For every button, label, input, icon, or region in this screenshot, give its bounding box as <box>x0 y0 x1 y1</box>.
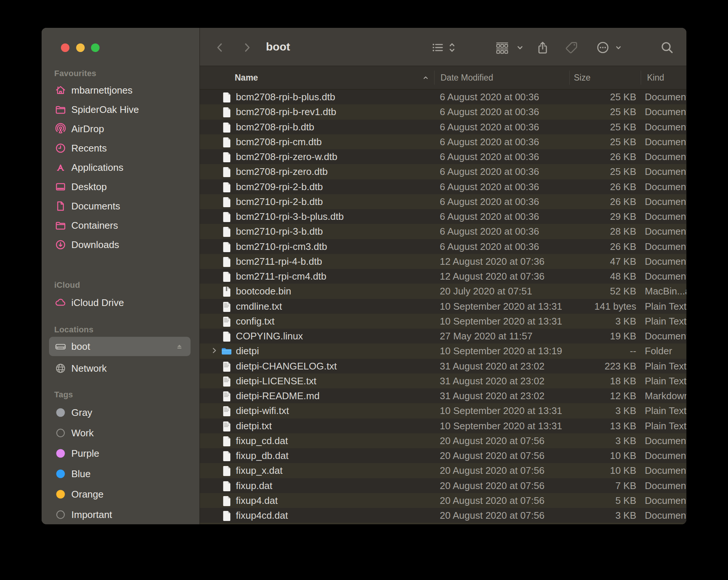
file-row[interactable]: bcm2708-rpi-cm.dtb6 August 2020 at 00:36… <box>200 134 686 149</box>
forward-button[interactable] <box>240 40 254 55</box>
download-icon <box>54 238 67 251</box>
file-name: bcm2710-rpi-2-b.dtb <box>236 194 323 209</box>
dot-icon <box>54 447 67 460</box>
file-row[interactable]: fixup_x.dat20 August 2020 at 07:5610 KBD… <box>200 463 686 478</box>
file-row[interactable]: fixup4cd.dat20 August 2020 at 07:563 KBD… <box>200 508 686 523</box>
sidebar-item-purple[interactable]: Purple <box>49 444 191 463</box>
file-row[interactable]: bcm2710-rpi-3-b.dtb6 August 2020 at 00:3… <box>200 224 686 239</box>
file-row[interactable]: bcm2708-rpi-b-plus.dtb6 August 2020 at 0… <box>200 89 686 104</box>
file-row[interactable]: bcm2710-rpi-2-b.dtb6 August 2020 at 00:3… <box>200 194 686 209</box>
file-kind: Document <box>645 179 686 194</box>
view-list-button[interactable] <box>430 40 445 55</box>
sidebar-item-boot[interactable]: boot <box>49 337 191 356</box>
file-row[interactable]: bcm2708-rpi-zero.dtb6 August 2020 at 00:… <box>200 164 686 179</box>
file-row[interactable]: COPYING.linux27 May 2020 at 11:5719 KBDo… <box>200 329 686 343</box>
eject-button[interactable] <box>175 342 184 351</box>
file-row[interactable]: dietpi-CHANGELOG.txt31 August 2020 at 23… <box>200 359 686 374</box>
file-name: COPYING.linux <box>236 329 303 343</box>
file-row[interactable]: bcm2710-rpi-cm3.dtb6 August 2020 at 00:3… <box>200 239 686 254</box>
more-menu-chevron[interactable] <box>611 40 625 55</box>
minimize-window-button[interactable] <box>76 43 85 52</box>
column-header-date-modified[interactable]: Date Modified <box>441 66 493 89</box>
tag-button[interactable] <box>565 40 579 55</box>
sidebar-item-spideroak-hive[interactable]: SpiderOak Hive <box>49 100 191 119</box>
file-row[interactable]: dietpi-README.md31 August 2020 at 23:021… <box>200 388 686 403</box>
file-kind: Document <box>645 269 686 284</box>
chevron-down-icon <box>515 42 525 53</box>
file-row[interactable]: fixup_cd.dat20 August 2020 at 07:563 KBD… <box>200 433 686 448</box>
sidebar-item-gray[interactable]: Gray <box>49 403 191 422</box>
file-row[interactable]: bcm2708-rpi-b-rev1.dtb6 August 2020 at 0… <box>200 104 686 119</box>
sidebar-item-important[interactable]: Important <box>49 505 191 524</box>
sidebar-item-desktop[interactable]: Desktop <box>49 177 191 196</box>
file-date-modified: 31 August 2020 at 23:02 <box>440 388 545 403</box>
group-by-button[interactable] <box>495 40 509 55</box>
file-row[interactable]: fixup4.dat20 August 2020 at 07:565 KBDoc… <box>200 493 686 508</box>
close-window-button[interactable] <box>61 43 69 52</box>
file-row[interactable]: dietpi.txt10 September 2020 at 13:3113 K… <box>200 418 686 433</box>
column-divider[interactable] <box>641 71 641 85</box>
file-row[interactable]: config.txt10 September 2020 at 13:313 KB… <box>200 314 686 329</box>
file-row[interactable]: dietpi-wifi.txt10 September 2020 at 13:3… <box>200 403 686 418</box>
zoom-window-button[interactable] <box>91 43 100 52</box>
file-row[interactable]: bcm2711-rpi-4-b.dtb12 August 2020 at 07:… <box>200 254 686 269</box>
file-row[interactable]: bcm2708-rpi-b.dtb6 August 2020 at 00:362… <box>200 120 686 134</box>
search-button[interactable] <box>660 40 674 55</box>
sidebar-item-recents[interactable]: Recents <box>49 139 191 158</box>
column-header-name[interactable]: Name <box>235 66 258 89</box>
more-actions-button[interactable] <box>596 40 610 55</box>
share-button[interactable] <box>536 40 550 55</box>
file-kind: Plain Text <box>645 374 686 388</box>
sort-order-stepper[interactable] <box>445 40 459 55</box>
sidebar-item-blue[interactable]: Blue <box>49 464 191 483</box>
file-kind: Plain Text <box>645 314 686 329</box>
share-arrow-up-icon <box>536 40 550 55</box>
column-header-size[interactable]: Size <box>574 66 591 89</box>
sidebar-item-containers[interactable]: Containers <box>49 216 191 235</box>
column-divider[interactable] <box>434 71 435 85</box>
desktop-background: FavouritesmbarnettjonesSpiderOak HiveAir… <box>0 0 728 580</box>
file-row[interactable]: bcm2711-rpi-cm4.dtb12 August 2020 at 07:… <box>200 269 686 284</box>
file-icon <box>221 166 232 177</box>
sidebar-item-mbarnettjones[interactable]: mbarnettjones <box>49 81 191 100</box>
column-divider[interactable] <box>569 71 570 85</box>
file-kind: Plain Text <box>645 359 686 374</box>
back-button[interactable] <box>213 40 227 55</box>
file-icon <box>221 91 232 103</box>
group-menu-chevron[interactable] <box>513 40 527 55</box>
sidebar-item-work[interactable]: Work <box>49 423 191 443</box>
clock-icon <box>54 142 67 154</box>
file-date-modified: 6 August 2020 at 00:36 <box>440 224 539 239</box>
sidebar-item-airdrop[interactable]: AirDrop <box>49 119 191 139</box>
file-row[interactable]: dietpi10 September 2020 at 13:19--Folder <box>200 343 686 358</box>
file-date-modified: 27 May 2020 at 11:57 <box>440 329 533 343</box>
file-row[interactable]: cmdline.txt10 September 2020 at 13:31141… <box>200 299 686 314</box>
sidebar-item-icloud-drive[interactable]: iCloud Drive <box>49 293 191 312</box>
column-header-kind[interactable]: Kind <box>647 66 664 89</box>
file-size: 28 KB <box>556 224 636 239</box>
file-name: bcm2708-rpi-b-rev1.dtb <box>236 104 336 119</box>
disclosure-chevron-icon[interactable] <box>210 346 219 355</box>
file-row[interactable]: bcm2709-rpi-2-b.dtb6 August 2020 at 00:3… <box>200 179 686 194</box>
sidebar-item-orange[interactable]: Orange <box>49 485 191 504</box>
file-row[interactable]: fixup_db.dat20 August 2020 at 07:5610 KB… <box>200 448 686 463</box>
file-date-modified: 10 September 2020 at 13:31 <box>440 314 562 329</box>
file-name: cmdline.txt <box>236 299 282 314</box>
file-size: -- <box>556 343 636 358</box>
file-name: fixup4.dat <box>236 493 278 508</box>
file-row[interactable]: bcm2710-rpi-3-b-plus.dtb6 August 2020 at… <box>200 209 686 224</box>
sidebar-item-documents[interactable]: Documents <box>49 196 191 216</box>
magnifier-icon <box>660 40 674 55</box>
sidebar-item-applications[interactable]: Applications <box>49 158 191 177</box>
sidebar-item-network[interactable]: Network <box>49 359 191 378</box>
file-icon <box>221 480 232 492</box>
file-row[interactable]: fixup.dat20 August 2020 at 07:567 KBDocu… <box>200 478 686 493</box>
file-row[interactable]: dietpi-LICENSE.txt31 August 2020 at 23:0… <box>200 374 686 388</box>
file-row[interactable]: bootcode.bin20 July 2020 at 07:5152 KBMa… <box>200 284 686 299</box>
sidebar-item-downloads[interactable]: Downloads <box>49 235 191 254</box>
file-date-modified: 20 August 2020 at 07:56 <box>440 433 545 448</box>
file-row-partial[interactable] <box>200 523 686 524</box>
file-kind: Document <box>645 164 686 179</box>
file-row[interactable]: bcm2708-rpi-zero-w.dtb6 August 2020 at 0… <box>200 149 686 164</box>
file-icon <box>221 136 232 148</box>
